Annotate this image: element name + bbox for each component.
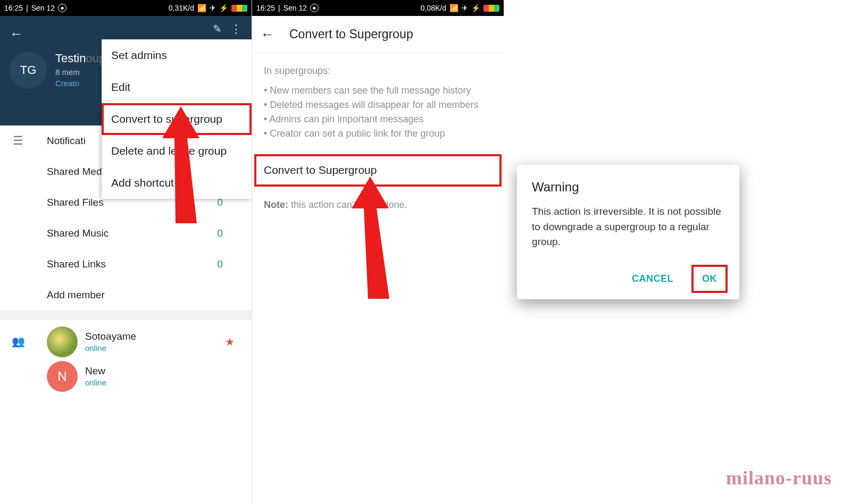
- wifi-icon: 📶: [197, 4, 206, 12]
- svg-marker-0: [162, 106, 199, 223]
- info-bullet: • New members can see the full message h…: [264, 83, 492, 98]
- dialog-title: Warning: [532, 180, 724, 195]
- supergroup-info: In supergroups: • New members can see th…: [252, 53, 504, 152]
- status-time: 16:25: [256, 4, 275, 12]
- group-title: Testinoup: [55, 52, 105, 65]
- more-icon[interactable]: ⋮: [230, 22, 242, 36]
- airplane-icon: ✈: [462, 4, 468, 12]
- info-bullet: • Creator can set a public link for the …: [264, 127, 492, 141]
- menu-set-admins[interactable]: Set admins: [102, 39, 252, 71]
- warning-dialog: Warning This action is irreversible. It …: [517, 165, 739, 299]
- list-icon: ☰: [13, 134, 23, 148]
- member-avatar: [47, 326, 78, 357]
- info-lead: In supergroups:: [264, 64, 492, 78]
- airplane-icon: ✈: [210, 4, 216, 12]
- row-label: Shared Media: [47, 166, 110, 178]
- info-bullet: • Deleted messages will disappear for al…: [264, 98, 492, 112]
- row-label: Add member: [47, 289, 105, 301]
- app-badge-icon: ☻: [58, 4, 66, 12]
- cancel-button[interactable]: CANCEL: [624, 268, 681, 290]
- row-label: Shared Links: [47, 258, 106, 270]
- wifi-icon: 📶: [449, 4, 458, 12]
- battery-icon: [231, 5, 247, 12]
- back-icon[interactable]: ←: [261, 26, 274, 43]
- ok-button[interactable]: OK: [695, 268, 724, 290]
- info-bullet: • Admins can pin important messages: [264, 112, 492, 127]
- battery-icon: [483, 5, 499, 12]
- status-date: Sen 12: [283, 4, 307, 12]
- row-shared-music[interactable]: Shared Music 0: [0, 218, 252, 249]
- row-add-member[interactable]: Add member: [0, 280, 252, 310]
- panel-group-profile: 16:25 | Sen 12 ☻ 0,31K/d 📶 ✈ ⚡ ← ✎ ⋮ TG …: [0, 0, 252, 504]
- app-badge-icon: ☻: [310, 4, 319, 12]
- back-icon[interactable]: ←: [10, 26, 23, 42]
- member-row[interactable]: Sotoayame online ★: [0, 324, 252, 359]
- menu-edit[interactable]: Edit: [102, 71, 252, 103]
- member-avatar: N: [47, 361, 78, 392]
- page-title: Convert to Supergroup: [289, 27, 413, 41]
- group-header: ← ✎ ⋮ TG Testinoup 8 mem Creato Set admi…: [0, 16, 252, 125]
- star-icon: ★: [225, 335, 235, 348]
- member-name: New: [85, 365, 106, 377]
- row-label: Notificati: [47, 135, 86, 147]
- net-speed: 0,08K/d: [421, 4, 446, 12]
- group-member-count: 8 mem: [55, 68, 105, 77]
- row-shared-links[interactable]: Shared Links 0: [0, 249, 252, 280]
- svg-marker-1: [352, 177, 389, 299]
- dialog-text: This action is irreversible. It is not p…: [532, 204, 724, 250]
- page-header: ← Convert to Supergroup: [252, 16, 504, 53]
- status-bar: 16:25 | Sen 12 ☻ 0,31K/d 📶 ✈ ⚡: [0, 0, 252, 16]
- member-name: Sotoayame: [85, 331, 136, 342]
- row-count: 0: [217, 258, 223, 270]
- net-speed: 0,31K/d: [169, 4, 194, 12]
- annotation-arrow-icon: [338, 177, 402, 304]
- charge-icon: ⚡: [471, 4, 480, 12]
- pencil-icon[interactable]: ✎: [213, 22, 222, 35]
- row-label: Shared Music: [47, 228, 109, 239]
- row-label: Shared Files: [47, 197, 104, 208]
- charge-icon: ⚡: [219, 4, 228, 12]
- row-count: 0: [217, 228, 223, 239]
- status-time: 16:25: [4, 4, 23, 12]
- member-row[interactable]: N New online: [0, 359, 252, 393]
- group-creator-label: Creato: [55, 79, 105, 88]
- status-date: Sen 12: [31, 4, 55, 12]
- member-status: online: [85, 378, 106, 387]
- status-bar: 16:25| Sen 12 ☻ 0,08K/d 📶 ✈ ⚡: [252, 0, 504, 16]
- members-section: 👥 Sotoayame online ★ N New online: [0, 320, 252, 393]
- watermark-text: milano-ruus: [726, 467, 832, 489]
- annotation-arrow-icon: [149, 106, 213, 229]
- member-status: online: [85, 343, 136, 352]
- group-avatar[interactable]: TG: [10, 52, 47, 89]
- section-divider: [0, 310, 252, 320]
